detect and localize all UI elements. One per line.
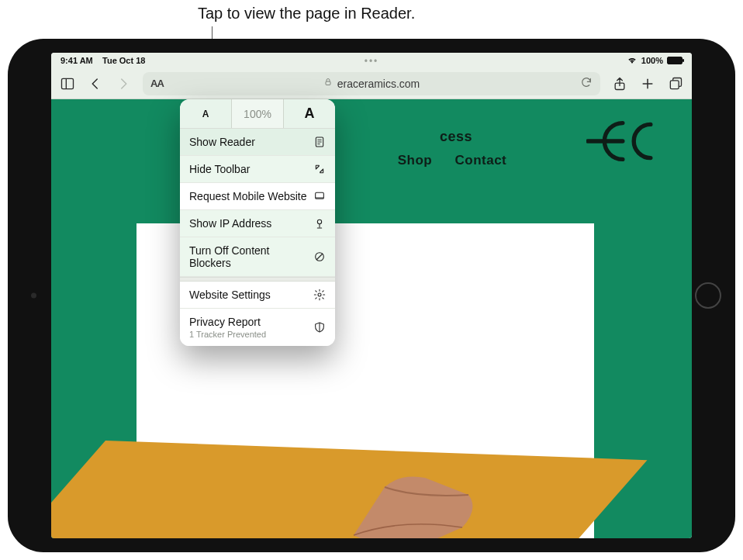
zoom-in-button[interactable]: A	[284, 99, 335, 128]
menu-show-ip-label: Show IP Address	[189, 217, 271, 230]
nav-item-shop[interactable]: Shop	[398, 153, 433, 168]
lock-icon	[323, 78, 333, 89]
tabs-icon[interactable]	[667, 75, 684, 92]
svg-rect-6	[670, 80, 679, 88]
forward-button	[115, 75, 132, 92]
menu-hide-toolbar[interactable]: Hide Toolbar	[180, 156, 335, 183]
clay-block-image	[338, 464, 486, 538]
home-button[interactable]	[695, 282, 721, 309]
menu-show-reader-label: Show Reader	[189, 136, 255, 148]
menu-privacy-report-label: Privacy Report 1 Tracker Prevented	[189, 316, 266, 339]
share-icon[interactable]	[611, 75, 628, 92]
svg-line-15	[316, 254, 323, 260]
battery-icon	[667, 57, 683, 64]
browser-toolbar: ••• AA eraceramics.com	[51, 68, 692, 99]
svg-point-13	[317, 220, 321, 223]
svg-rect-0	[62, 78, 74, 88]
sidebar-toggle-icon[interactable]	[59, 75, 76, 92]
shield-icon	[313, 321, 326, 334]
webpage-content: cess Shop Contact	[51, 99, 692, 538]
menu-privacy-report[interactable]: Privacy Report 1 Tracker Prevented	[180, 309, 335, 346]
menu-request-mobile-label: Request Mobile Website	[189, 190, 306, 202]
status-date: Tue Oct 18	[102, 56, 145, 65]
page-settings-menu: A 100% A Show Reader Hide Toolbar Reques…	[180, 99, 335, 346]
nav-item-partial[interactable]: cess	[440, 129, 472, 144]
menu-request-mobile[interactable]: Request Mobile Website	[180, 183, 335, 210]
zoom-controls: A 100% A	[180, 99, 335, 129]
expand-arrows-icon	[313, 163, 326, 175]
wifi-icon	[627, 57, 638, 64]
reload-icon[interactable]	[580, 76, 593, 91]
blockers-off-icon	[313, 251, 326, 263]
site-logo-icon	[586, 116, 656, 166]
callout-text: Tap to view the page in Reader.	[198, 5, 415, 22]
new-tab-icon[interactable]	[639, 75, 656, 92]
reader-icon	[313, 136, 326, 148]
screen: 9:41 AM Tue Oct 18 100% •••	[51, 53, 692, 538]
zoom-level: 100%	[231, 99, 284, 128]
back-button[interactable]	[87, 75, 104, 92]
location-pin-icon	[313, 217, 326, 230]
menu-content-blockers-label: Turn Off Content Blockers	[189, 244, 313, 269]
zoom-out-button[interactable]: A	[180, 99, 231, 128]
battery-percent: 100%	[641, 56, 663, 65]
multitask-dots-icon[interactable]: •••	[365, 56, 379, 67]
device-icon	[313, 190, 326, 202]
menu-website-settings-label: Website Settings	[189, 289, 271, 301]
status-time: 9:41 AM	[60, 56, 93, 65]
menu-website-settings[interactable]: Website Settings	[180, 282, 335, 309]
privacy-report-subtitle: 1 Tracker Prevented	[189, 330, 266, 339]
menu-show-reader[interactable]: Show Reader	[180, 129, 335, 156]
gear-icon	[313, 289, 326, 301]
address-bar-domain: eraceramics.com	[337, 78, 420, 90]
menu-content-blockers[interactable]: Turn Off Content Blockers	[180, 237, 335, 277]
page-settings-aa-button[interactable]: AA	[150, 78, 164, 89]
svg-point-16	[318, 293, 321, 296]
nav-item-contact[interactable]: Contact	[454, 153, 506, 168]
address-bar[interactable]: AA eraceramics.com	[143, 72, 600, 95]
menu-show-ip[interactable]: Show IP Address	[180, 210, 335, 237]
svg-rect-2	[326, 81, 330, 85]
menu-hide-toolbar-label: Hide Toolbar	[189, 163, 250, 175]
ipad-frame: 9:41 AM Tue Oct 18 100% •••	[8, 39, 735, 552]
